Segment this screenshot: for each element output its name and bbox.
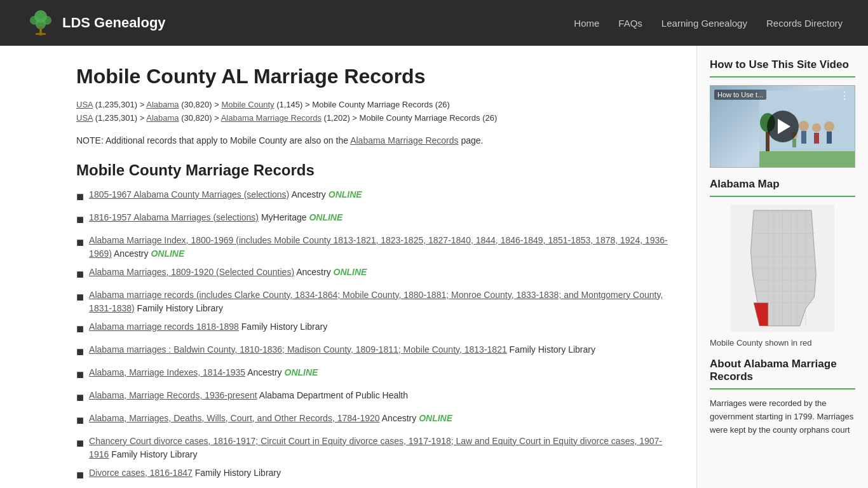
- record-link[interactable]: Alabama, Marriage Records, 1936-present: [89, 390, 257, 400]
- main-content: Mobile County AL Marriage Records USA (1…: [0, 46, 696, 488]
- svg-point-13: [824, 121, 834, 132]
- list-item: ■ Chancery Court divorce cases, 1816-191…: [76, 435, 671, 461]
- note-paragraph: NOTE: Additional records that apply to M…: [76, 134, 671, 147]
- breadcrumb-usa-2[interactable]: USA: [76, 113, 93, 123]
- note-link[interactable]: Alabama Marriage Records: [350, 135, 458, 146]
- list-item: ■ Divorce cases, 1816-1847 Family Histor…: [76, 466, 671, 484]
- breadcrumbs: USA (1,235,301) > Alabama (30,820) > Mob…: [76, 98, 671, 125]
- play-button[interactable]: [767, 111, 799, 142]
- bullet-icon: ■: [76, 342, 84, 361]
- breadcrumb-alabama-marriage[interactable]: Alabama Marriage Records: [221, 113, 322, 123]
- breadcrumb-alabama-2[interactable]: Alabama: [146, 113, 179, 123]
- video-menu-icon[interactable]: ⋮: [839, 90, 850, 102]
- nav-home[interactable]: Home: [574, 18, 599, 29]
- svg-rect-10: [801, 131, 806, 144]
- list-item: ■ Alabama Marriage Index, 1800-1969 (inc…: [76, 234, 671, 261]
- main-nav: Home FAQs Learning Genealogy Records Dir…: [574, 18, 843, 29]
- about-divider: [710, 388, 855, 390]
- sidebar: How to Use This Site Video: [696, 46, 868, 488]
- record-link[interactable]: 1805-1967 Alabama County Marriages (sele…: [89, 189, 289, 200]
- online-badge: ONLINE: [285, 367, 318, 377]
- divider: [710, 76, 855, 78]
- map-section: Alabama Map: [710, 178, 855, 348]
- bullet-icon: ■: [76, 287, 84, 306]
- bullet-icon: ■: [76, 187, 84, 206]
- bullet-icon: ■: [76, 388, 84, 407]
- bullet-icon: ■: [76, 410, 84, 430]
- bullet-icon: ■: [76, 210, 84, 229]
- breadcrumb-line1: USA (1,235,301) > Alabama (30,820) > Mob…: [76, 98, 671, 112]
- record-link[interactable]: Alabama, Marriages, Deaths, Wills, Court…: [89, 413, 380, 423]
- about-section: About Alabama Marriage Records Marriages…: [710, 358, 855, 437]
- records-list: ■ 1805-1967 Alabama County Marriages (se…: [76, 188, 671, 488]
- how-to-use-title: How to Use This Site Video: [710, 58, 855, 71]
- svg-rect-5: [36, 33, 46, 35]
- online-badge: ONLINE: [309, 212, 342, 222]
- list-item: ■ Alabama, Marriage Indexes, 1814-1935 A…: [76, 366, 671, 384]
- breadcrumb-alabama-1[interactable]: Alabama: [146, 100, 179, 109]
- svg-rect-12: [814, 133, 819, 144]
- bullet-icon: ■: [76, 433, 84, 452]
- record-link[interactable]: 1816-1957 Alabama Marriages (selections): [89, 212, 259, 222]
- record-link[interactable]: Alabama marriage records 1818-1898: [89, 322, 239, 332]
- nav-records[interactable]: Records Directory: [766, 18, 843, 29]
- record-link[interactable]: Divorce cases, 1816-1847: [89, 468, 193, 478]
- page-title: Mobile County AL Marriage Records: [76, 65, 671, 88]
- map-caption: Mobile County shown in red: [710, 338, 855, 348]
- play-triangle-icon: [778, 119, 790, 134]
- map-divider: [710, 196, 855, 197]
- online-badge: ONLINE: [329, 189, 362, 200]
- record-link[interactable]: Alabama marriages : Baldwin County, 1810…: [89, 344, 507, 355]
- alabama-map-svg: [710, 205, 855, 332]
- list-item: ■ Alabama marriage records 1818-1898 Fam…: [76, 320, 671, 338]
- about-text: Marriages were recorded by the governmen…: [710, 397, 855, 437]
- svg-point-11: [812, 123, 821, 132]
- nav-faqs[interactable]: FAQs: [618, 18, 642, 29]
- how-to-use-section: How to Use This Site Video: [710, 58, 855, 168]
- bullet-icon: ■: [76, 319, 84, 338]
- bullet-icon: ■: [76, 233, 84, 252]
- logo-text: LDS Genealogy: [62, 15, 166, 31]
- section-title: Mobile County Marriage Records: [76, 161, 671, 179]
- record-link[interactable]: Alabama Marriages, 1809-1920 (Selected C…: [89, 267, 294, 277]
- list-item: ■ Alabama, Marriage Records, 1936-presen…: [76, 389, 671, 407]
- breadcrumb-mobile-county[interactable]: Mobile County: [221, 100, 274, 109]
- nav-learning[interactable]: Learning Genealogy: [661, 18, 747, 29]
- video-thumbnail[interactable]: How to Use t... ⋮: [710, 85, 855, 168]
- list-item: ■ Alabama marriage records (includes Cla…: [76, 288, 671, 315]
- about-title: About Alabama Marriage Records: [710, 358, 855, 383]
- site-header: LDS Genealogy Home FAQs Learning Genealo…: [0, 0, 868, 46]
- breadcrumb-line2: USA (1,235,301) > Alabama (30,820) > Ala…: [76, 112, 671, 125]
- bullet-icon: ■: [76, 365, 84, 384]
- svg-point-9: [799, 121, 809, 131]
- online-badge: ONLINE: [151, 248, 184, 259]
- list-item: ■ Alabama marriages : Baldwin County, 18…: [76, 343, 671, 361]
- online-badge: ONLINE: [334, 267, 367, 277]
- video-label: How to Use t...: [714, 90, 766, 100]
- bullet-icon: ■: [76, 264, 84, 283]
- svg-rect-16: [792, 139, 796, 147]
- map-title: Alabama Map: [710, 178, 855, 191]
- video-inner: How to Use t... ⋮: [710, 86, 855, 167]
- list-item: ■ Alabama, Marriages, Deaths, Wills, Cou…: [76, 412, 671, 430]
- logo-tree-icon: [25, 8, 56, 38]
- page-wrapper: Mobile County AL Marriage Records USA (1…: [0, 46, 868, 488]
- record-link[interactable]: Alabama, Marriage Indexes, 1814-1935: [89, 367, 245, 377]
- map-container: [710, 205, 855, 334]
- list-item: ■ 1805-1967 Alabama County Marriages (se…: [76, 188, 671, 206]
- breadcrumb-usa-1[interactable]: USA: [76, 100, 93, 109]
- logo-area[interactable]: LDS Genealogy: [25, 8, 166, 38]
- list-item: ■ Alabama Marriages, 1809-1920 (Selected…: [76, 266, 671, 283]
- list-item: ■ 1816-1957 Alabama Marriages (selection…: [76, 211, 671, 229]
- bullet-icon: ■: [76, 465, 84, 484]
- svg-rect-14: [827, 132, 832, 144]
- svg-rect-17: [759, 151, 855, 167]
- online-badge: ONLINE: [419, 413, 452, 423]
